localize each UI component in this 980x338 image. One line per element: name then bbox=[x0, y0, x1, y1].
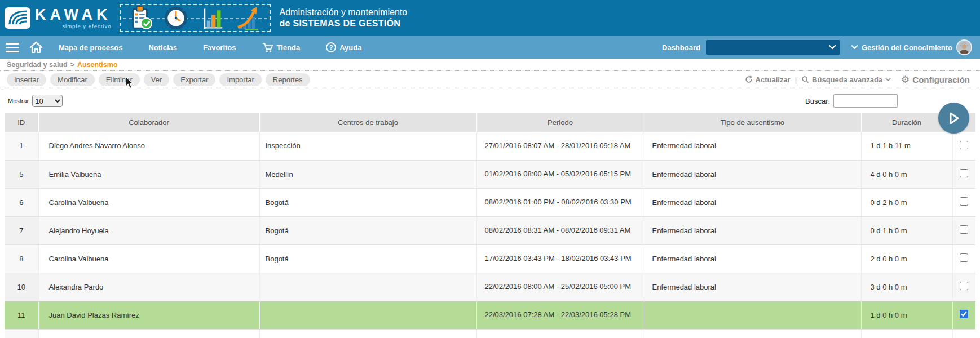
toolbar-button-ver[interactable]: Ver bbox=[144, 73, 170, 86]
column-header-periodo[interactable]: Periodo bbox=[476, 113, 644, 132]
cell-centro: Bogotá bbox=[259, 244, 476, 273]
nav-item-tienda[interactable]: Tienda bbox=[262, 42, 301, 53]
table-header-row: IDColaboradorCentros de trabajoPeriodoTi… bbox=[5, 113, 975, 132]
row-checkbox[interactable] bbox=[960, 310, 968, 318]
cell-duracion: 0 d 2 h 0 m bbox=[861, 188, 952, 216]
ausentismo-table: IDColaboradorCentros de trabajoPeriodoTi… bbox=[5, 113, 975, 338]
kawak-logo[interactable]: KAWAK simple y efectivo bbox=[5, 7, 112, 29]
cell-periodo: 22/02/2016 08:00 AM - 25/02/2016 05:00 P… bbox=[476, 273, 644, 301]
app-title-line2: de SISTEMAS DE GESTIÓN bbox=[280, 18, 408, 29]
feature-icons-box bbox=[120, 4, 271, 32]
search-input[interactable] bbox=[833, 94, 898, 108]
play-fab-button[interactable] bbox=[938, 103, 969, 134]
table-row[interactable]: 5 Emilia Valbuena Medellín 01/02/2016 08… bbox=[5, 160, 975, 188]
nav-item-mapa-de-procesos[interactable]: Mapa de procesos bbox=[59, 43, 122, 52]
cell-duracion: 4 d 0 h 0 m bbox=[861, 160, 952, 188]
cell-centro: Inspección bbox=[259, 132, 476, 160]
cell-id: 7 bbox=[5, 216, 38, 244]
cell-centro bbox=[259, 329, 476, 338]
table-row[interactable]: 1 Diego Andres Navarro Alonso Inspección… bbox=[5, 132, 975, 160]
row-checkbox[interactable] bbox=[960, 169, 968, 177]
cell-periodo: 01/02/2016 08:00 AM - 05/02/2016 05:15 P… bbox=[476, 160, 644, 188]
divider: | bbox=[795, 75, 797, 84]
refresh-button[interactable]: Actualizar bbox=[745, 75, 791, 84]
search-icon bbox=[801, 75, 809, 83]
top-banner: KAWAK simple y efectivo bbox=[0, 0, 980, 36]
cell-id: 11 bbox=[5, 301, 38, 329]
column-header-tipo-de-ausentismo[interactable]: Tipo de ausentismo bbox=[644, 113, 861, 132]
table-row bbox=[5, 329, 975, 338]
cell-colaborador: Alexandra Pardo bbox=[38, 273, 259, 301]
advanced-search-button[interactable]: Búsqueda avanzada bbox=[801, 75, 891, 84]
chevron-down-icon bbox=[885, 78, 891, 82]
list-controls: Mostrar 10 Buscar: bbox=[0, 88, 980, 113]
avatar[interactable] bbox=[956, 39, 972, 55]
cell-centro: Medellín bbox=[259, 160, 476, 188]
chevron-down-icon bbox=[851, 45, 858, 50]
search-label: Buscar: bbox=[805, 97, 830, 105]
toolbar-button-importar[interactable]: Importar bbox=[219, 73, 261, 86]
cell-duracion: 1 d 1 h 11 m bbox=[861, 132, 952, 160]
cell-colaborador bbox=[38, 329, 259, 338]
cell-centro: Bogotá bbox=[259, 216, 476, 244]
cell-tipo bbox=[644, 301, 861, 329]
show-entries-select[interactable]: 10 bbox=[32, 95, 63, 107]
cell-duracion bbox=[861, 329, 952, 338]
row-checkbox[interactable] bbox=[960, 282, 968, 290]
cell-id: 5 bbox=[5, 160, 38, 188]
table-row[interactable]: 11 Juan David Plazas Ramírez 22/03/2016 … bbox=[5, 301, 975, 329]
cell-tipo: Enfermedad laboral bbox=[644, 273, 861, 301]
cell-tipo: Enfermedad laboral bbox=[644, 216, 861, 244]
nav-item-favoritos[interactable]: Favoritos bbox=[203, 43, 236, 52]
cell-centro: Bogotá bbox=[259, 188, 476, 216]
cell-centro bbox=[259, 273, 476, 301]
cell-colaborador: Carolina Valbuena bbox=[38, 188, 259, 216]
row-checkbox[interactable] bbox=[960, 254, 968, 262]
cell-id: 10 bbox=[5, 273, 38, 301]
settings-button[interactable]: ⚙ Configuración bbox=[901, 74, 970, 85]
cell-tipo bbox=[644, 329, 861, 338]
kawak-logo-icon bbox=[5, 7, 30, 29]
play-icon bbox=[948, 112, 960, 125]
cell-id bbox=[5, 329, 38, 338]
logo-tagline: simple y efectivo bbox=[35, 23, 112, 29]
cell-id: 6 bbox=[5, 188, 38, 216]
cell-colaborador: Alejandro Hoyuela bbox=[38, 216, 259, 244]
toolbar-button-insertar[interactable]: Insertar bbox=[7, 73, 46, 86]
cell-colaborador: Carolina Valbuena bbox=[38, 244, 259, 273]
cell-periodo: 27/01/2016 08:07 AM - 28/01/2016 09:18 A… bbox=[476, 132, 644, 160]
cell-duracion: 0 d 1 h 0 m bbox=[861, 216, 952, 244]
table-row[interactable]: 6 Carolina Valbuena Bogotá 08/02/2016 01… bbox=[5, 188, 975, 216]
svg-text:?: ? bbox=[329, 44, 333, 51]
toolbar-button-exportar[interactable]: Exportar bbox=[173, 73, 215, 86]
cell-periodo: 17/02/2016 03:43 PM - 18/02/2016 03:43 P… bbox=[476, 244, 644, 273]
cart-icon bbox=[262, 42, 273, 53]
cell-tipo: Enfermedad laboral bbox=[644, 160, 861, 188]
cell-colaborador: Juan David Plazas Ramírez bbox=[38, 301, 259, 329]
home-icon[interactable] bbox=[29, 41, 43, 54]
user-menu-label: Gestión del Conocimiento bbox=[862, 43, 952, 52]
row-checkbox[interactable] bbox=[960, 141, 968, 149]
app-title-line1: Administración y mantenimiento bbox=[280, 7, 408, 18]
breadcrumb-parent[interactable]: Seguridad y salud bbox=[7, 61, 68, 69]
action-toolbar: InsertarModificarEliminarVerExportarImpo… bbox=[0, 71, 980, 88]
toolbar-button-modificar[interactable]: Modificar bbox=[50, 73, 95, 86]
table-body: 1 Diego Andres Navarro Alonso Inspección… bbox=[5, 132, 975, 338]
column-header-id[interactable]: ID bbox=[5, 113, 38, 132]
menu-icon[interactable] bbox=[6, 43, 19, 52]
dashboard-select[interactable] bbox=[706, 40, 840, 55]
column-header-colaborador[interactable]: Colaborador bbox=[38, 113, 259, 132]
table-row[interactable]: 7 Alejandro Hoyuela Bogotá 08/02/2016 08… bbox=[5, 216, 975, 244]
user-menu[interactable]: Gestión del Conocimiento bbox=[851, 39, 972, 55]
row-checkbox[interactable] bbox=[960, 225, 968, 234]
cell-id: 1 bbox=[5, 132, 38, 160]
toolbar-button-eliminar[interactable]: Eliminar bbox=[99, 73, 140, 86]
cell-tipo: Enfermedad laboral bbox=[644, 188, 861, 216]
nav-item-noticias[interactable]: Noticias bbox=[148, 43, 177, 52]
table-row[interactable]: 10 Alexandra Pardo 22/02/2016 08:00 AM -… bbox=[5, 273, 975, 301]
nav-item-ayuda[interactable]: ? Ayuda bbox=[326, 42, 361, 52]
column-header-centros-de-trabajo[interactable]: Centros de trabajo bbox=[259, 113, 476, 132]
table-row[interactable]: 8 Carolina Valbuena Bogotá 17/02/2016 03… bbox=[5, 244, 975, 273]
toolbar-button-reportes[interactable]: Reportes bbox=[266, 73, 310, 86]
row-checkbox[interactable] bbox=[960, 197, 968, 206]
